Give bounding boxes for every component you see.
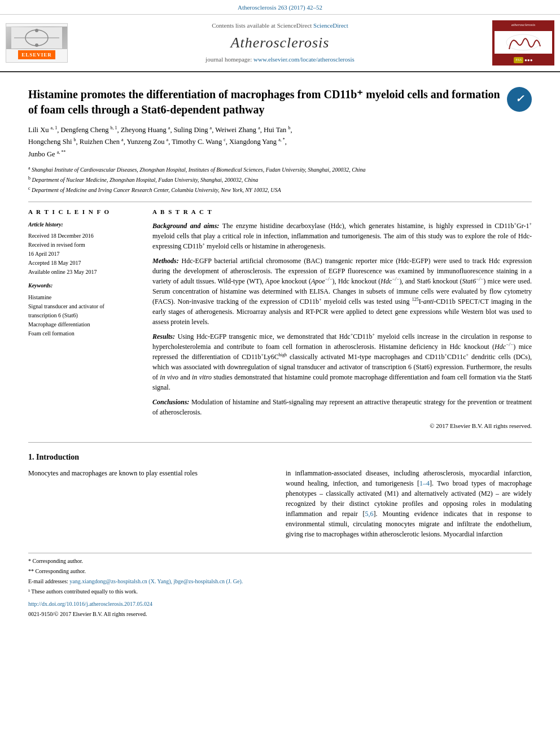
copyright-line: © 2017 Elsevier B.V. All rights reserved…	[152, 422, 532, 430]
crossmark-icon[interactable]: ✓	[507, 87, 532, 112]
corresponding-author-2: ** Corresponding author.	[28, 567, 532, 576]
journal-ref-text: Atherosclerosis 263 (2017) 42–52	[238, 4, 322, 11]
keywords-label: Keywords:	[28, 282, 141, 290]
keyword-stat6: Signal transducer and activator oftransc…	[28, 302, 141, 320]
journal-reference: Atherosclerosis 263 (2017) 42–52	[0, 0, 560, 15]
affiliations-block: a Shanghai Institute of Cardiovascular D…	[28, 165, 532, 195]
atherosclerosis-logo: atherosclerosis FAS ●●●	[492, 20, 554, 65]
introduction-heading: 1. Introduction	[28, 452, 532, 463]
email-link-2[interactable]: jbge@zs-hospitalsh.cn (J. Ge).	[174, 578, 243, 584]
author-yunzeng-zou: Yunzeng Zou a,	[126, 138, 172, 146]
intro-left-para1: Monocytes and macrophages are known to p…	[28, 468, 274, 478]
article-info-heading: A R T I C L E I N F O	[28, 208, 141, 216]
intro-right-para1: in inflammation-associated diseases, inc…	[286, 468, 532, 539]
athero-logo-bottom: FAS ●●●	[514, 57, 532, 63]
author-timothy-wang: Timothy C. Wang c,	[172, 138, 229, 146]
equal-contribution-note: ¹ These authors contributed equally to t…	[28, 587, 532, 596]
author-ruizhen-chen: Ruizhen Chen a,	[80, 138, 127, 146]
abstract-col: A B S T R A C T Background and aims: The…	[152, 208, 532, 431]
author-hui-tan: Hui Tan b,	[264, 126, 292, 134]
introduction-section: 1. Introduction Monocytes and macrophage…	[28, 442, 532, 544]
article-history-label: Article history:	[28, 221, 141, 229]
affiliation-c: c Department of Medicine and Irving Canc…	[28, 185, 532, 194]
journal-title-header: Atherosclerosis	[231, 33, 330, 53]
svg-point-3	[35, 29, 38, 32]
intro-left-col: Monocytes and macrophages are known to p…	[28, 468, 274, 544]
author-xiangdong-yang: Xiangdong Yang a, *,	[229, 138, 287, 146]
author-junbo-ge: Junbo Ge a, **	[28, 150, 65, 158]
available-date: Available online 23 May 2017	[28, 268, 141, 276]
author-lili-xu: Lili Xu a, 1,	[28, 126, 60, 134]
revised-label: Received in revised form	[28, 241, 141, 249]
atherosclerosis-logo-container: atherosclerosis FAS ●●●	[487, 19, 560, 66]
keyword-histamine: Histamine	[28, 293, 141, 302]
received-date: Received 18 December 2016	[28, 232, 141, 240]
athero-logo-text: atherosclerosis	[511, 23, 535, 27]
elsevier-text: ELSEVIER	[18, 50, 55, 60]
article-info-abstract-cols: A R T I C L E I N F O Article history: R…	[28, 208, 532, 431]
corresponding-author-1: * Corresponding author.	[28, 557, 532, 566]
abstract-results: Results: Using Hdc-EGFP transgenic mice,…	[152, 331, 532, 392]
revised-date: 16 April 2017	[28, 250, 141, 258]
authors-line: Lili Xu a, 1, Dengfeng Cheng b, 1, Zheyo…	[28, 124, 532, 160]
email-link-1[interactable]: yang.xiangdong@zs-hospitalsh.cn (X. Yang…	[69, 578, 172, 584]
elsevier-logo-graphic	[6, 27, 67, 49]
intro-right-col: in inflammation-associated diseases, inc…	[286, 468, 532, 544]
author-zheyong-huang: Zheyong Huang a,	[121, 126, 174, 134]
keywords-section: Keywords: Histamine Signal transducer an…	[28, 282, 141, 338]
svg-point-4	[35, 43, 38, 47]
doi-link[interactable]: http://dx.doi.org/10.1016/j.atherosclero…	[28, 600, 532, 609]
divider	[28, 202, 532, 202]
homepage-line: journal homepage: www.elsevier.com/locat…	[205, 55, 355, 64]
science-direct-line: Contents lists available at ScienceDirec…	[212, 21, 348, 30]
abstract-conclusions: Conclusions: Modulation of histamine and…	[152, 397, 532, 417]
elsevier-logo: ELSEVIER	[6, 23, 68, 63]
author-dengfeng-cheng: Dengfeng Cheng b, 1,	[60, 126, 120, 134]
elsevier-logo-container: ELSEVIER	[0, 19, 73, 66]
journal-header: ELSEVIER Contents lists available at Sci…	[0, 15, 560, 72]
issn-line: 0021-9150/© 2017 Elsevier B.V. All right…	[28, 610, 532, 619]
introduction-content: Monocytes and macrophages are known to p…	[28, 468, 532, 544]
keyword-foam-cell: Foam cell formation	[28, 329, 141, 338]
affiliation-b: b Department of Nuclear Medicine, Zhongs…	[28, 175, 532, 184]
accepted-date: Accepted 18 May 2017	[28, 259, 141, 267]
article-title: Histamine promotes the differentiation o…	[28, 87, 500, 117]
affiliation-a: a Shanghai Institute of Cardiovascular D…	[28, 165, 532, 174]
article-title-section: Histamine promotes the differentiation o…	[28, 81, 532, 117]
abstract-heading: A B S T R A C T	[152, 208, 532, 216]
author-weiwei-zhang: Weiwei Zhang a,	[215, 126, 264, 134]
journal-title-block: Contents lists available at ScienceDirec…	[73, 19, 487, 66]
abstract-methods: Methods: Hdc-EGFP bacterial artificial c…	[152, 256, 532, 327]
article-info-col: A R T I C L E I N F O Article history: R…	[28, 208, 141, 431]
main-content: Histamine promotes the differentiation o…	[0, 72, 560, 631]
email-addresses: E-mail addresses: yang.xiangdong@zs-hosp…	[28, 577, 532, 586]
author-suling-ding: Suling Ding a,	[174, 126, 216, 134]
keyword-macrophage: Macrophage differentiation	[28, 320, 141, 329]
abstract-background: Background and aims: The enzyme histidin…	[152, 221, 532, 251]
footnote-section: * Corresponding author. ** Corresponding…	[28, 553, 532, 619]
author-hongcheng-shi: Hongcheng Shi b,	[28, 138, 80, 146]
